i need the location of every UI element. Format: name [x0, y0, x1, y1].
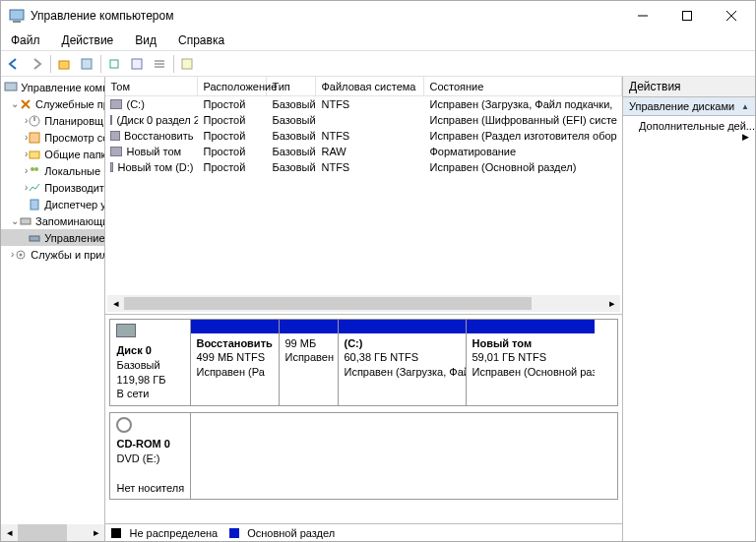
disk-row[interactable]: CD-ROM 0 DVD (E:) Нет носителя	[109, 412, 618, 500]
menu-file[interactable]: Файл	[5, 32, 46, 48]
disk-map: Диск 0 Базовый 119,98 ГБ В сети Восстано…	[105, 315, 622, 523]
scroll-track[interactable]	[124, 295, 603, 312]
actions-pane: Действия Управление дисками ▲ Дополнител…	[623, 77, 755, 541]
users-icon	[28, 163, 41, 179]
device-icon	[28, 197, 41, 212]
partition-bar	[191, 320, 279, 333]
tree-devmgr[interactable]: Диспетчер устройств	[44, 199, 105, 211]
tree-scheduler[interactable]: Планировщик заданий	[44, 115, 105, 127]
disk-row[interactable]: Диск 0 Базовый 119,98 ГБ В сети Восстано…	[109, 319, 618, 406]
volume-row[interactable]: (Диск 0 раздел 2)ПростойБазовыйИсправен …	[105, 112, 622, 128]
scroll-thumb[interactable]	[124, 297, 532, 310]
volume-type: Базовый	[267, 146, 316, 157]
tree-eventvwr[interactable]: Просмотр событий	[44, 132, 105, 144]
tree-users[interactable]: Локальные пользоват	[44, 165, 105, 177]
disk0-info[interactable]: Диск 0 Базовый 119,98 ГБ В сети	[110, 320, 191, 405]
actions-section[interactable]: Управление дисками ▲	[623, 97, 755, 116]
volume-row[interactable]: Новый том (D:)ПростойБазовыйNTFSИсправен…	[105, 159, 622, 175]
tree-perf[interactable]: Производительность	[44, 182, 105, 194]
volume-icon	[110, 162, 113, 172]
svg-rect-22	[21, 218, 31, 224]
volume-icon	[110, 99, 122, 109]
volume-fs: NTFS	[316, 161, 424, 173]
minimize-button[interactable]	[620, 2, 664, 30]
col-type[interactable]: Тип	[267, 77, 316, 95]
volume-name: Новый том	[126, 146, 181, 157]
col-status[interactable]: Состояние	[424, 77, 622, 95]
nav-tree[interactable]: ›Управление компьютером (л ⌄Служебные пр…	[1, 77, 105, 541]
svg-rect-1	[13, 21, 21, 23]
menu-view[interactable]: Вид	[129, 32, 162, 48]
cdrom-info[interactable]: CD-ROM 0 DVD (E:) Нет носителя	[110, 413, 191, 499]
tree-diskmgmt[interactable]: Управление дисками	[44, 232, 105, 244]
scroll-left-button[interactable]: ◂	[107, 295, 124, 312]
volume-layout: Простой	[198, 98, 267, 110]
cdrom-drive: DVD (E:)	[116, 452, 159, 464]
partition[interactable]: Новый том59,01 ГБ NTFSИсправен (Основной…	[467, 320, 595, 405]
volume-icon	[110, 147, 122, 156]
volume-list[interactable]: Том Расположение Тип Файловая система Со…	[105, 77, 622, 315]
tree-storage[interactable]: Запоминающие устройст	[35, 215, 105, 227]
svg-rect-3	[682, 12, 691, 21]
svg-rect-18	[30, 151, 39, 158]
tree-shared[interactable]: Общие папки	[44, 149, 105, 160]
list-button[interactable]	[149, 53, 170, 75]
scroll-left-button[interactable]: ◂	[1, 524, 18, 541]
maximize-button[interactable]	[664, 2, 709, 30]
back-button[interactable]	[3, 53, 25, 75]
tree-root[interactable]: Управление компьютером (л	[21, 82, 105, 93]
partition-size: 59,01 ГБ NTFS	[472, 351, 546, 363]
volume-icon	[110, 115, 112, 125]
menu-help[interactable]: Справка	[172, 32, 230, 48]
volume-type: Базовый	[267, 161, 316, 173]
svg-point-25	[20, 253, 23, 256]
properties-button[interactable]	[76, 53, 97, 75]
volume-icon	[110, 131, 120, 141]
volume-type: Базовый	[267, 98, 316, 110]
partition[interactable]: Восстановить499 МБ NTFSИсправен (Ра	[191, 320, 280, 405]
cdrom-partitions-empty	[191, 413, 617, 499]
svg-rect-8	[110, 60, 118, 68]
collapse-icon[interactable]: ▲	[741, 102, 749, 111]
volume-row[interactable]: Новый томПростойБазовыйRAWФорматирование	[105, 144, 622, 159]
refresh-button[interactable]	[103, 53, 125, 75]
actions-header: Действия	[623, 77, 755, 97]
partition-size: 499 МБ NTFS	[196, 351, 265, 363]
partition-title: (C:)	[344, 337, 362, 349]
close-button[interactable]	[709, 2, 753, 30]
volume-name: Новый том (D:)	[117, 161, 193, 173]
col-layout[interactable]: Расположение	[198, 77, 267, 95]
tree-hscrollbar[interactable]: ◂ ▸	[1, 524, 104, 541]
svg-rect-13	[182, 59, 192, 69]
help-button[interactable]	[176, 53, 198, 75]
volume-hscrollbar[interactable]: ◂ ▸	[107, 295, 620, 312]
tree-systools[interactable]: Служебные программы	[35, 98, 105, 110]
scroll-right-button[interactable]: ▸	[603, 295, 620, 312]
col-volume[interactable]: Том	[105, 77, 198, 95]
volume-layout: Простой	[198, 161, 267, 173]
scroll-thumb[interactable]	[18, 524, 67, 541]
partition-body: Новый том59,01 ГБ NTFSИсправен (Основной…	[467, 333, 595, 405]
actions-more-link[interactable]: Дополнительные дей... ▶	[623, 116, 755, 146]
partition-status: Исправен (Загрузка, Файл	[344, 366, 466, 378]
toolbar-divider	[100, 55, 101, 73]
col-fs[interactable]: Файловая система	[316, 77, 424, 95]
action-button[interactable]	[126, 53, 148, 75]
partition[interactable]: (C:)60,38 ГБ NTFSИсправен (Загрузка, Фай…	[339, 320, 467, 405]
forward-button[interactable]	[26, 53, 47, 75]
volume-row[interactable]: ВосстановитьПростойБазовыйNTFSИсправен (…	[105, 128, 622, 144]
disk0-type: Базовый	[116, 359, 159, 371]
up-button[interactable]	[53, 53, 75, 75]
computer-icon	[4, 80, 18, 95]
volume-fs: RAW	[316, 146, 424, 157]
toolbar-divider	[50, 55, 51, 73]
volume-row[interactable]: (C:)ПростойБазовыйNTFSИсправен (Загрузка…	[105, 96, 622, 112]
partition[interactable]: 99 МБИсправен	[280, 320, 339, 405]
volume-list-header[interactable]: Том Расположение Тип Файловая система Со…	[105, 77, 622, 96]
tree-services[interactable]: Службы и приложения	[31, 249, 105, 261]
window-controls	[620, 2, 753, 30]
scroll-track[interactable]	[18, 524, 88, 541]
scroll-right-button[interactable]: ▸	[88, 524, 104, 541]
menu-action[interactable]: Действие	[56, 32, 120, 48]
volume-type: Базовый	[267, 114, 316, 126]
